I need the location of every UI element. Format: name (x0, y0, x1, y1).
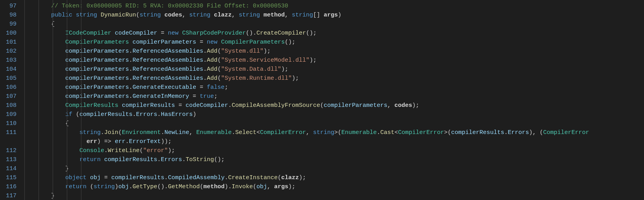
code-token: compilerParameters (65, 48, 129, 55)
code-token: CSharpCodeProvider (182, 30, 246, 37)
code-token: compilerParameters (65, 84, 129, 91)
code-line[interactable]: object obj = compilerResults.CompiledAss… (30, 173, 644, 182)
line-number: 99 (0, 20, 17, 29)
code-line[interactable]: compilerParameters.ReferencedAssemblies.… (30, 47, 644, 56)
code-token: . (203, 66, 207, 73)
code-token: new (207, 39, 217, 46)
code-line[interactable]: compilerParameters.GenerateExecutable = … (30, 83, 644, 92)
code-line[interactable]: CompilerResults compilerResults = codeCo… (30, 101, 644, 110)
code-line[interactable]: } (30, 191, 644, 200)
code-token: . (129, 93, 132, 100)
code-token: . (224, 174, 228, 181)
code-token: ( (200, 183, 203, 190)
code-line[interactable]: string.Join(Environment.NewLine, Enumera… (30, 128, 644, 137)
code-token: codes (164, 12, 182, 18)
code-token: Console (79, 147, 104, 154)
code-line[interactable]: } (30, 164, 644, 173)
code-token: compilerResults (104, 156, 157, 163)
code-token: ) (115, 183, 118, 190)
code-token: [] (313, 12, 324, 18)
code-token: string (189, 12, 210, 18)
line-number: 113 (0, 155, 17, 164)
code-token: ( (217, 75, 221, 82)
code-line[interactable]: { (30, 119, 644, 128)
code-token: (). (157, 183, 168, 190)
code-token: Enumerable (341, 129, 377, 136)
code-token: compilerParameters (324, 102, 387, 109)
code-token: ReferencedAssemblies (132, 57, 203, 64)
code-token: )); (161, 138, 171, 145)
code-token: . (132, 111, 136, 118)
code-token: CompilerError (543, 129, 589, 136)
code-token: , (267, 183, 274, 190)
code-token: new (168, 30, 178, 37)
code-line[interactable]: if (compilerResults.Errors.HasErrors) (30, 110, 644, 119)
code-token: GenerateExecutable (132, 84, 196, 91)
code-line[interactable]: return (string)obj.GetType().GetMethod(m… (30, 182, 644, 191)
code-token: public (51, 12, 72, 18)
code-line[interactable]: { (30, 20, 644, 29)
code-token: string (94, 183, 115, 190)
code-token: string (239, 12, 260, 18)
code-line[interactable]: compilerParameters.ReferencedAssemblies.… (30, 74, 644, 83)
code-token: . (125, 138, 129, 145)
code-token: ReferencedAssemblies (132, 75, 203, 82)
code-token: ( (217, 57, 221, 64)
code-token: return (79, 156, 101, 163)
line-number: 115 (0, 173, 17, 182)
code-token: compilerResults (122, 102, 175, 109)
line-number-gutter: 9798991001011021031041051061071081091101… (0, 0, 22, 200)
code-token: method (263, 12, 285, 18)
code-token (79, 138, 86, 145)
code-line[interactable]: return compilerResults.Errors.ToString()… (30, 155, 644, 164)
code-token: ). (224, 183, 232, 190)
code-line[interactable]: CompilerParameters compilerParameters = … (30, 38, 644, 47)
code-line[interactable]: err) => err.ErrorText)); (30, 137, 644, 146)
code-token: compilerResults (111, 174, 164, 181)
code-token: "System.dll" (221, 48, 263, 55)
code-line[interactable]: public string DynamicRun(string codes, s… (30, 11, 644, 20)
code-token: ; (224, 84, 228, 91)
code-token: . (203, 75, 207, 82)
code-token: Add (207, 66, 217, 73)
code-token: NewLine (164, 129, 189, 136)
line-number: 112 (0, 146, 17, 155)
code-token (161, 12, 164, 18)
code-token (118, 102, 122, 109)
code-token: ); (412, 102, 419, 109)
code-line[interactable]: // Token: 0x06000005 RID: 5 RVA: 0x00002… (30, 2, 644, 11)
code-token: , (387, 102, 394, 109)
code-token: if (65, 111, 72, 118)
code-token: ( (140, 147, 143, 154)
code-editor[interactable]: 9798991001011021031041051061071081091101… (0, 0, 644, 200)
code-token: string (140, 12, 161, 18)
code-token: (); (214, 156, 224, 163)
code-token: , (182, 12, 189, 18)
code-line[interactable]: compilerParameters.GenerateInMemory = tr… (30, 92, 644, 101)
code-line[interactable]: Console.WriteLine("error"); (30, 146, 644, 155)
code-token: CompilerError (260, 129, 306, 136)
indent-guide (39, 0, 39, 200)
code-token: args (274, 183, 288, 190)
code-token (260, 12, 263, 18)
code-token: GetType (132, 183, 157, 190)
code-token: (); (306, 30, 316, 37)
code-line[interactable]: compilerParameters.ReferencedAssemblies.… (30, 56, 644, 65)
code-token: ) (193, 111, 196, 118)
indent-guide (67, 0, 67, 200)
code-line[interactable]: ICodeCompiler codeCompiler = new CSharpC… (30, 29, 644, 38)
code-token: // Token: 0x06000005 RID: 5 RVA: 0x00002… (51, 3, 288, 9)
code-token: ); (168, 147, 175, 154)
code-token: . (129, 84, 132, 91)
code-token: . (129, 183, 132, 190)
line-number: 100 (0, 29, 17, 38)
code-token: CompileAssemblyFromSource (232, 102, 320, 109)
code-area[interactable]: // Token: 0x06000005 RID: 5 RVA: 0x00002… (30, 0, 644, 200)
code-token: ICodeCompiler (65, 30, 111, 37)
code-line[interactable]: compilerParameters.ReferencedAssemblies.… (30, 65, 644, 74)
code-token: "System.Runtime.dll" (221, 75, 292, 82)
code-token: = (175, 102, 186, 109)
code-token: = (157, 30, 168, 37)
code-token: . (129, 48, 132, 55)
code-token: err (86, 138, 97, 145)
